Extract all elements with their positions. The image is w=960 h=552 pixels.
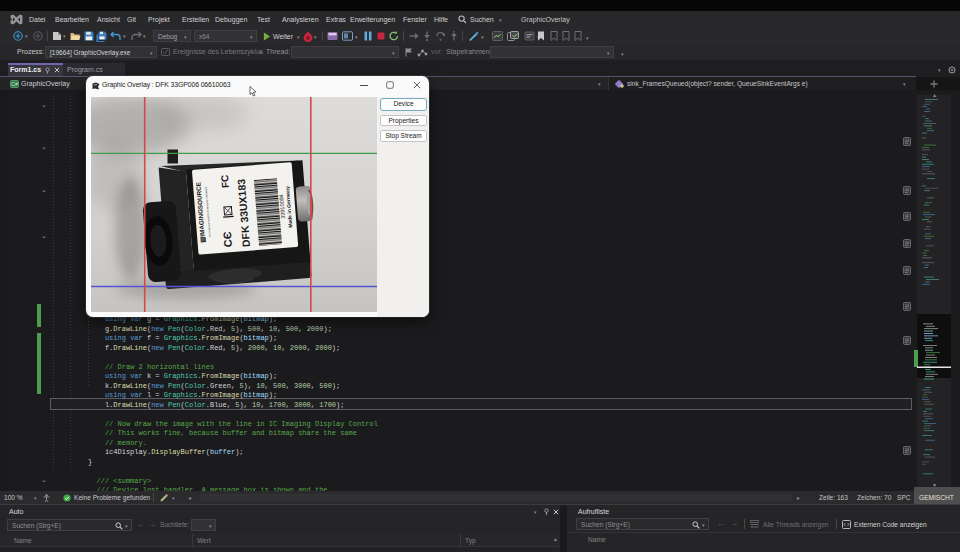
svg-text:FC: FC [219,174,231,188]
svg-text:C#: C# [11,81,18,87]
svg-text:CЄ: CЄ [221,230,234,247]
